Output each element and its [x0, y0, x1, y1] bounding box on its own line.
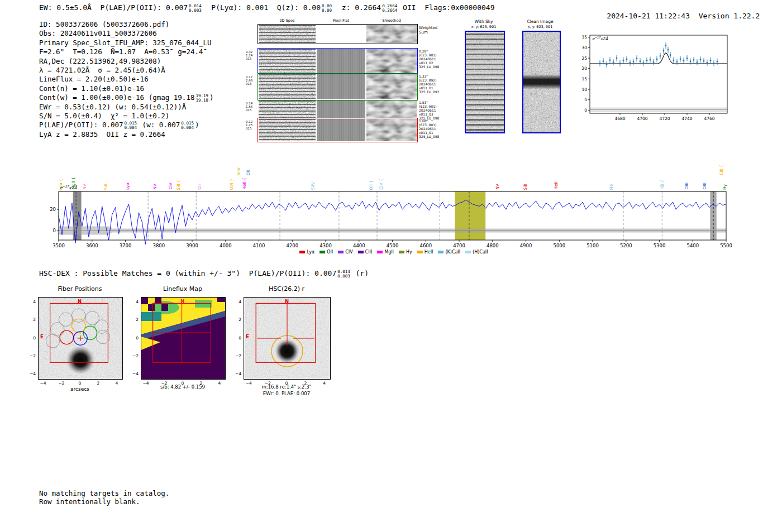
hsc-title: HSC(26.2) r — [269, 285, 304, 293]
fiber-circle-orange — [72, 319, 85, 332]
cutout-highlight-border — [258, 118, 418, 142]
svg-text:4680: 4680 — [614, 116, 625, 121]
hsc-graphics — [244, 298, 330, 379]
info-line: F=2.6" T=0.126 N̄=1.07 A=0.53̄ g=24.4̄ — [39, 47, 214, 56]
text-segment: λ = 4721.02Å σ = 2.45(±0.64)Å — [39, 66, 165, 74]
emission-line-label: SiIV — [237, 167, 241, 175]
legend-item: (H)CaII — [465, 250, 488, 255]
legend-swatch — [320, 251, 325, 253]
fiber-weight-labels: 0.172.66016 — [246, 75, 257, 86]
svg-text:4900: 4900 — [520, 243, 532, 248]
y-tick-label: −4 — [128, 371, 139, 376]
svg-text:4000: 4000 — [220, 243, 232, 248]
svg-text:5400: 5400 — [686, 243, 699, 248]
fraction-lower: 0.2664 — [382, 8, 397, 13]
emission-line-label: SiIV — [311, 182, 316, 190]
lineflux-map-plot: N — [141, 297, 226, 380]
text-segment: (r) — [351, 269, 369, 277]
svg-text:4400: 4400 — [353, 243, 365, 248]
text-segment: P(Lyα): 0.001 Q(z): 0.00 — [203, 3, 321, 12]
col-header-2dspec: 2D Spec — [259, 18, 316, 23]
emission-line-label: Hβ { — [660, 180, 665, 190]
x-tick-label: 4 — [215, 381, 224, 386]
info-line: RA,Dec (222.513962,49.983208) — [39, 57, 214, 66]
cutout-highlight-border — [258, 73, 418, 100]
emission-line-label: Lyα — [126, 183, 130, 190]
svg-text:3700: 3700 — [120, 243, 132, 248]
legend-swatch — [358, 251, 364, 253]
hsc-match-summary: HSC-DEX : Possible Matches = 0 (within +… — [39, 269, 369, 278]
cutout-row: 0.172.660161.33"(623, 892)20240611v011_0… — [246, 74, 447, 99]
spacer — [690, 12, 699, 20]
svg-text:20: 20 — [50, 207, 56, 212]
y-tick-label: −4 — [231, 371, 241, 376]
timestamp-version: 2024-10-21 11:22:43 Version 1.22.2 — [589, 3, 760, 28]
lineflux-map-title: Lineflux Map — [163, 285, 202, 293]
text-segment: ID: 5003372606 (5003372606.pdf) — [39, 20, 169, 28]
2d-spec-panel: 2D Spec Pixel Flat Smoothed WeightedSum0… — [246, 17, 447, 145]
emission-line-label: Hδ — [609, 184, 614, 190]
annotation-line: 325_LU_098 — [419, 65, 447, 69]
y-tick-label: −2 — [128, 353, 139, 358]
emission-line-label: OVI } — [230, 179, 234, 190]
emission-line-label: OIII — [703, 183, 707, 190]
info-line: EWr = 0.53(±0.12) (w: 0.54(±0.12))Å — [39, 103, 214, 112]
stacked-fraction: 0.0150.004 — [181, 121, 194, 130]
info-line: LyA z = 2.8835 OII z = 0.2664 — [39, 130, 214, 139]
elixer-detection-report: EW: 0.5±5.0Å P(LAE)/P(OII): 0.0070.0140.… — [0, 0, 782, 532]
legend-label: (K)CaII — [445, 250, 460, 255]
emission-line-label: NV — [83, 184, 87, 190]
text-segment: ) — [209, 93, 214, 102]
y-tick-label: 2 — [26, 317, 36, 322]
y-tick-label: 0 — [26, 336, 36, 341]
legend-label: HeII — [425, 250, 433, 255]
x-tick-label: 2 — [94, 381, 103, 386]
svg-text:4600: 4600 — [419, 243, 432, 248]
cutout-highlight-border — [258, 24, 418, 44]
svg-text:5300: 5300 — [654, 243, 666, 248]
x-tick-label: −4 — [141, 381, 150, 386]
detection-info-block: ID: 5003372606 (5003372606.pdf)Obs: 2024… — [39, 20, 214, 139]
svg-text:5200: 5200 — [620, 243, 632, 248]
legend-item: (K)CaII — [438, 250, 460, 255]
legend-label: MgII — [384, 250, 394, 255]
y-tick-label: 0 — [231, 336, 241, 341]
x-tick-label: 2 — [197, 381, 206, 386]
fraction-lower: 0.003 — [337, 274, 350, 279]
legend-item: OII — [320, 250, 333, 255]
emission-line-label: NV — [153, 184, 158, 190]
legend-item: CIV — [338, 250, 352, 255]
hsc-caption-ew: EWr: 0. PLAE: 0.007 — [263, 391, 310, 396]
cutout-row: 0.121.250151.68"(623, 901)20240611v011_0… — [246, 119, 447, 141]
east-label: E — [40, 334, 44, 339]
fiber-xlabel: arcsecs — [70, 386, 89, 392]
stacked-fraction: 0.0140.003 — [337, 270, 350, 278]
text-segment: RA,Dec (222.513962,49.983208) — [39, 57, 161, 65]
info-line: Primary Spec_Slot_IFU_AMP: 325_076_044_L… — [39, 39, 214, 47]
svg-text:4700: 4700 — [453, 243, 465, 248]
stacked-fraction: 0.0140.003 — [189, 4, 202, 12]
text-segment: ) — [195, 121, 199, 129]
legend-item: Hγ — [399, 250, 412, 255]
cutout-annotation: 1.33"(623, 892)20240611v011_01325_LU_097 — [419, 75, 447, 94]
annotation-line: Weighted — [419, 26, 447, 30]
clean-image — [522, 31, 561, 133]
text-segment: S/N = 5.0(±0.4) χ² = 1.0(±0.2) — [39, 112, 169, 120]
x-tick-label: 0 — [282, 381, 291, 386]
svg-text:25: 25 — [581, 56, 587, 61]
y-tick-label: 0 — [128, 336, 139, 341]
svg-text:5000: 5000 — [553, 243, 565, 248]
galaxy-blob — [66, 346, 95, 375]
svg-text:4700: 4700 — [637, 116, 647, 121]
emission-line-label: SiII { — [177, 180, 181, 190]
legend-label: (H)CaII — [473, 250, 488, 255]
info-line: P(LAE)/P(OII): 0.0070.0150.004 (w: 0.007… — [39, 121, 214, 130]
lineflux-map-graphics — [141, 298, 225, 379]
text-segment: F=2.6" T=0.126 N̄=1.07 A=0.53̄ g=24.4̄ — [39, 47, 203, 56]
text-segment: HSC-DEX : Possible Matches = 0 (within +… — [39, 269, 336, 277]
emission-line-label: SiII — [104, 184, 108, 190]
emission-line-label: Lyα { — [59, 179, 63, 190]
annotation-line: 325_LU_097 — [419, 90, 447, 94]
cutout-annotation: 0.28"(623, 901)20240611v011_02325_LU_098 — [419, 50, 447, 69]
cutout-annotation: WeightedSum — [419, 26, 447, 35]
